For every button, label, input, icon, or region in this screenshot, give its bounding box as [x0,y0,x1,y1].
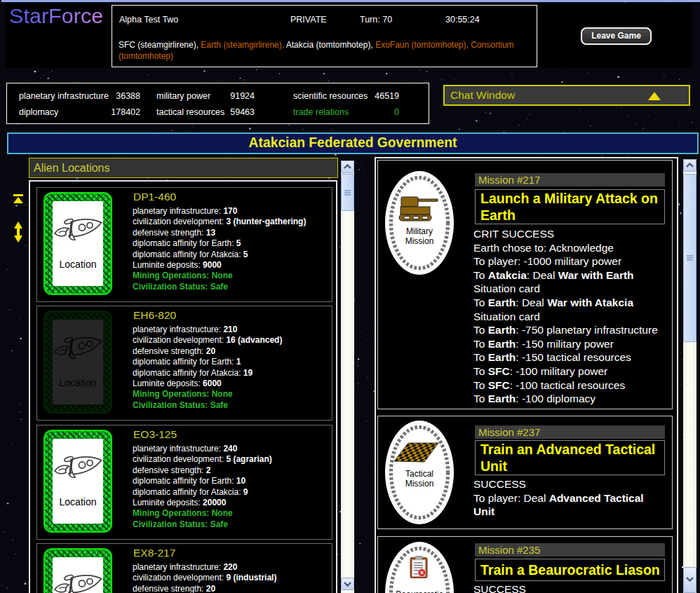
svg-text:Beaurocratic: Beaurocratic [396,589,443,593]
svg-text:Mission: Mission [405,236,434,246]
svg-text:Military: Military [406,226,433,236]
svg-text:Mission: Mission [405,479,434,489]
svg-text:Tactical: Tactical [405,469,433,479]
